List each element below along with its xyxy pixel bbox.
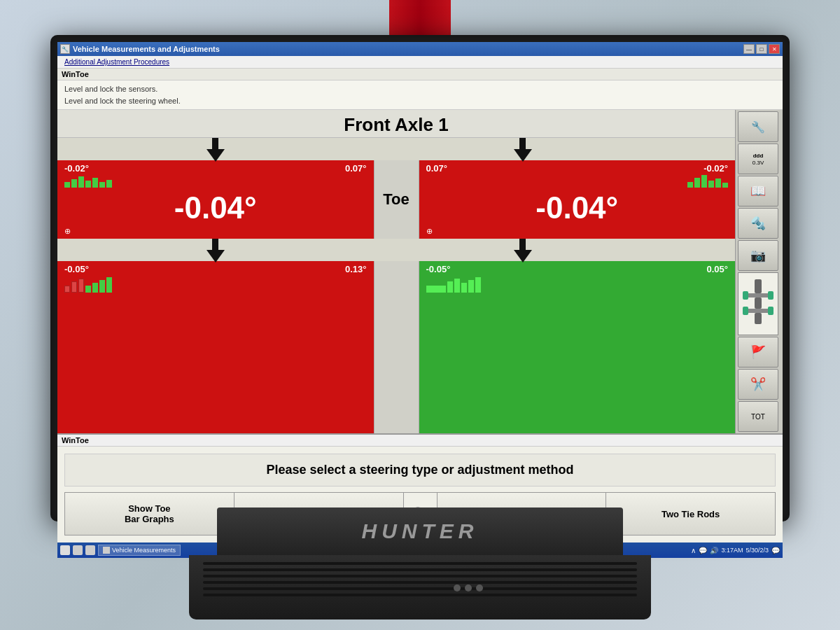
svg-rect-6 (768, 291, 774, 300)
arrow-left-top (206, 138, 225, 162)
top-right-icon: ⊕ (426, 227, 729, 236)
top-right-left-val: 0.07° (426, 163, 448, 174)
start-button[interactable] (60, 545, 70, 555)
arrow-right-top (514, 138, 532, 162)
maximize-button[interactable]: □ (756, 44, 767, 54)
sidebar-btn-camera[interactable]: 📷 (738, 240, 778, 271)
bottom-left-panel: -0.05° 0.13° (57, 261, 374, 433)
base-button1[interactable] (454, 584, 461, 592)
svg-rect-0 (755, 279, 762, 293)
taskbar-right: ∧ 💬 🔊 3:17AM 5/30/2/3 💬 (691, 547, 780, 554)
title-bar-controls: — □ ✕ (743, 44, 780, 54)
title-bar: 🔧 Vehicle Measurements and Adjustments —… (57, 42, 783, 56)
section1-label: WinToe (57, 69, 783, 80)
base-button2[interactable] (465, 584, 472, 592)
top-left-right-val: 0.07° (345, 163, 367, 174)
sidebar-btn-1[interactable]: 🔧 (738, 111, 778, 142)
taskbar-indicator1: ∧ (691, 547, 696, 554)
taskbar-time: 3:17AM (721, 547, 743, 554)
sidebar-diagram (738, 272, 778, 335)
window-title: Vehicle Measurements and Adjustments (73, 45, 220, 53)
bottom-measurement-row: -0.05° 0.13° (57, 239, 735, 433)
svg-rect-7 (743, 307, 748, 315)
show-toe-bar-graphs-button[interactable]: Show Toe Bar Graphs (65, 493, 234, 535)
top-right-small-vals: 0.07° -0.02° (426, 163, 729, 174)
base-button3[interactable] (476, 584, 483, 592)
sidebar-btn-flag[interactable]: 🚩 (738, 337, 778, 368)
taskbar-app-item[interactable]: Vehicle Measurements (98, 545, 181, 556)
bottom-left-bars (64, 277, 367, 293)
taskbar-app-icon (103, 547, 110, 554)
top-left-left-val: -0.02° (64, 163, 89, 174)
top-left-panel: -0.02° 0.07° -0.0 (57, 160, 374, 239)
arrow-right-bottom (514, 239, 532, 262)
wintoe-section2-label: WinToe (57, 435, 783, 447)
taskbar-left: Vehicle Measurements (60, 545, 181, 556)
sidebar-btn-book[interactable]: 📖 (738, 176, 778, 206)
bottom-right-left-val: -0.05° (426, 264, 451, 274)
arrow-left-bottom (206, 239, 225, 262)
taskbar-indicator2: 💬 (699, 547, 707, 554)
taskbar-notification: 💬 (771, 547, 780, 554)
instructions: Level and lock the sensors. Level and lo… (57, 80, 783, 110)
top-left-large-val: -0.04° (64, 189, 367, 227)
instruction-line1: Level and lock the sensors. (64, 83, 776, 95)
app-icon: 🔧 (60, 44, 70, 54)
bottom-right-vals: -0.05° 0.05° (426, 264, 729, 274)
taskbar-indicator3: 🔊 (710, 547, 718, 554)
screen: 🔧 Vehicle Measurements and Adjustments —… (57, 42, 783, 558)
instruction-line2: Level and lock the steering wheel. (64, 95, 776, 107)
svg-rect-5 (743, 291, 748, 300)
bottom-left-vals: -0.05° 0.13° (64, 264, 367, 274)
taskbar-icon1[interactable] (73, 545, 83, 555)
bottom-right-right-val: 0.05° (706, 264, 728, 274)
monitor-base-top: HUNTER (217, 507, 623, 556)
top-right-large-val: -0.04° (426, 189, 729, 227)
top-left-bars (64, 175, 367, 188)
svg-rect-4 (755, 313, 762, 324)
two-tie-rods-button[interactable]: Two Tie Rods (606, 493, 775, 535)
menu-bar: Additional Adjustment Procedures (57, 56, 783, 69)
taskbar-app-label: Vehicle Measurements (112, 547, 176, 554)
top-left-small-vals: -0.02° 0.07° (64, 163, 367, 174)
bottom-left-left-val: -0.05° (64, 264, 89, 274)
top-right-panel: 0.07° -0.02° -0.04° (419, 160, 736, 239)
bottom-left-right-val: 0.13° (345, 264, 367, 274)
menu-additional-adjustment[interactable]: Additional Adjustment Procedures (62, 58, 172, 66)
sidebar-btn-settings[interactable]: TOT (738, 401, 778, 432)
steering-prompt: Please select a steering type or adjustm… (64, 454, 776, 486)
svg-rect-2 (755, 298, 762, 309)
minimize-button[interactable]: — (743, 44, 755, 54)
bottom-right-bars (426, 277, 729, 293)
top-right-right-val: -0.02° (704, 163, 728, 174)
sidebar-btn-2[interactable]: ddd 0.3V (738, 144, 778, 174)
taskbar-icon2[interactable] (85, 545, 95, 555)
sidebar: 🔧 ddd 0.3V 📖 🔩 📷 (735, 110, 783, 433)
base-vents (203, 562, 637, 596)
axle-title: Front Axle 1 (57, 110, 735, 138)
monitor-base-lower (189, 555, 651, 620)
svg-rect-8 (768, 307, 774, 315)
bottom-divider (374, 261, 419, 433)
close-button[interactable]: ✕ (769, 44, 780, 54)
bottom-right-panel: -0.05° 0.05° (419, 261, 736, 433)
sidebar-btn-scissors[interactable]: ✂️ (738, 369, 778, 400)
brand-label: HUNTER (362, 519, 479, 543)
base-buttons (454, 584, 483, 592)
top-right-bars (426, 175, 729, 188)
toe-label: Toe (374, 160, 419, 239)
sidebar-btn-tool[interactable]: 🔩 (738, 208, 778, 239)
taskbar-date: 5/30/2/3 (746, 547, 769, 554)
top-left-icon: ⊕ (64, 227, 367, 236)
